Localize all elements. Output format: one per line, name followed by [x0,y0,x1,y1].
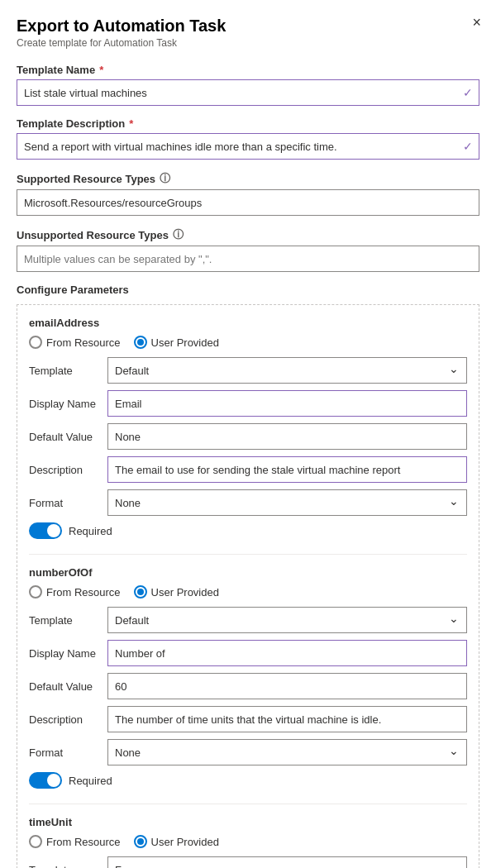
number-format-select-wrapper: None [107,739,467,765]
required-star: * [99,64,103,76]
time-unit-user-provided-label: User Provided [151,836,219,848]
number-default-value-row: Default Value [29,673,467,699]
email-default-value-row: Default Value [29,423,467,450]
email-user-provided-label: User Provided [151,336,219,349]
export-dialog: × Export to Automation Task Create templ… [0,0,496,868]
number-radio-row: From Resource User Provided [29,585,467,599]
email-address-param-name: emailAddress [29,317,467,329]
check-icon: ✓ [463,86,473,99]
number-description-label: Description [29,713,107,726]
template-description-group: Template Description * ✓ [17,117,479,160]
time-unit-template-label: Template [29,864,107,869]
number-default-value-label: Default Value [29,680,107,693]
number-display-name-input[interactable] [107,640,467,666]
dialog-subtitle: Create template for Automation Task [17,37,479,49]
number-required-label: Required [69,775,112,787]
email-default-value-input[interactable] [107,423,467,450]
email-address-param: emailAddress From Resource User Provided… [29,317,467,539]
email-from-resource-option[interactable]: From Resource [29,336,121,349]
email-display-name-label: Display Name [29,398,107,410]
unsupported-resource-input[interactable] [17,246,479,272]
number-display-name-control [107,640,467,666]
number-format-row: Format None [29,739,467,765]
template-description-label: Template Description * [17,117,479,130]
email-description-row: Description [29,456,467,483]
number-description-row: Description [29,706,467,732]
email-required-label: Required [69,525,112,537]
dialog-title: Export to Automation Task [17,17,479,36]
email-user-provided-radio[interactable] [134,336,147,349]
number-default-value-control [107,673,467,699]
unsupported-resource-label: Unsupported Resource Types ⓘ [17,227,479,242]
email-default-value-control [107,423,467,450]
template-description-input[interactable] [17,133,479,160]
time-unit-param: timeUnit From Resource User Provided Tem… [29,816,467,868]
email-required-toggle[interactable] [29,522,62,539]
email-display-name-row: Display Name [29,390,467,417]
unsupported-resource-types-group: Unsupported Resource Types ⓘ [17,227,479,272]
number-template-select[interactable]: Default [107,607,467,633]
param-divider-2 [29,804,467,804]
number-format-select[interactable]: None [107,739,467,765]
param-divider-1 [29,554,467,555]
configure-parameters-group: Configure Parameters emailAddress From R… [17,284,479,868]
number-required-row: Required [29,772,467,789]
number-display-name-label: Display Name [29,647,107,660]
email-description-input[interactable] [107,456,467,483]
email-format-select[interactable]: None [107,489,467,516]
desc-check-icon: ✓ [463,140,473,153]
number-description-control [107,706,467,732]
template-description-wrapper: ✓ [17,133,479,160]
template-name-wrapper: ✓ [17,79,479,106]
number-user-provided-option[interactable]: User Provided [134,585,219,599]
email-display-name-control [107,390,467,417]
email-default-value-label: Default Value [29,431,107,443]
time-unit-from-resource-radio[interactable] [29,835,42,848]
configure-parameters-label: Configure Parameters [17,284,479,296]
email-radio-row: From Resource User Provided [29,336,467,349]
number-user-provided-radio[interactable] [134,585,147,599]
email-required-row: Required [29,522,467,539]
number-format-label: Format [29,746,107,759]
time-unit-radio-row: From Resource User Provided [29,835,467,848]
supported-resource-types-group: Supported Resource Types ⓘ [17,171,479,216]
number-user-provided-label: User Provided [151,586,219,599]
email-from-resource-radio[interactable] [29,336,42,349]
time-unit-from-resource-option[interactable]: From Resource [29,835,121,848]
time-unit-param-name: timeUnit [29,816,467,828]
email-description-label: Description [29,464,107,476]
email-display-name-input[interactable] [107,390,467,417]
time-unit-from-resource-label: From Resource [46,836,121,848]
number-from-resource-label: From Resource [46,586,121,599]
time-unit-user-provided-option[interactable]: User Provided [134,835,219,848]
number-required-toggle[interactable] [29,772,62,789]
template-name-input[interactable] [17,79,479,106]
number-default-value-input[interactable] [107,673,467,699]
email-template-row: Template Default [29,357,467,384]
number-display-name-row: Display Name [29,640,467,666]
email-template-select-wrapper: Default [107,357,467,384]
info-icon-supported: ⓘ [160,171,170,186]
number-from-resource-radio[interactable] [29,585,42,599]
time-unit-user-provided-radio[interactable] [134,835,147,848]
number-of-param-name: numberOfOf [29,566,467,579]
supported-resource-input[interactable] [17,189,479,216]
email-format-label: Format [29,497,107,509]
time-unit-template-select[interactable]: Frequency [107,856,467,868]
email-template-label: Template [29,365,107,377]
number-from-resource-option[interactable]: From Resource [29,585,121,599]
supported-resource-label: Supported Resource Types ⓘ [17,171,479,186]
email-user-provided-option[interactable]: User Provided [134,336,219,349]
info-icon-unsupported: ⓘ [173,227,184,242]
email-format-select-wrapper: None [107,489,467,516]
number-description-input[interactable] [107,706,467,732]
time-unit-template-row: Template Frequency [29,856,467,868]
close-button[interactable]: × [472,15,481,30]
time-unit-template-select-wrapper: Frequency [107,856,467,868]
email-description-control [107,456,467,483]
number-of-param: numberOfOf From Resource User Provided T… [29,566,467,789]
email-from-resource-label: From Resource [46,336,121,349]
email-template-select[interactable]: Default [107,357,467,384]
number-template-select-wrapper: Default [107,607,467,633]
required-star-desc: * [129,117,133,130]
